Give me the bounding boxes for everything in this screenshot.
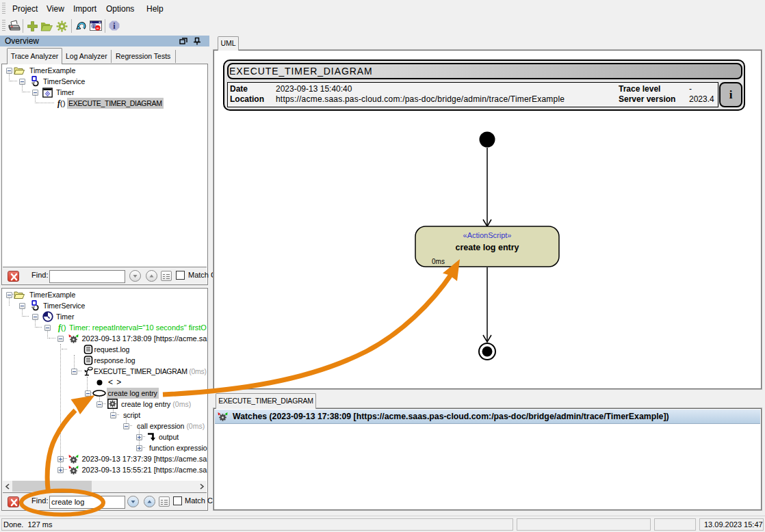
svg-text:0ms: 0ms [432, 258, 445, 265]
svg-text:«ActionScript»: «ActionScript» [463, 231, 512, 239]
svg-text:i: i [93, 23, 94, 29]
svg-text:create log entry: create log entry [455, 243, 519, 252]
svg-text:∞: ∞ [96, 26, 99, 30]
